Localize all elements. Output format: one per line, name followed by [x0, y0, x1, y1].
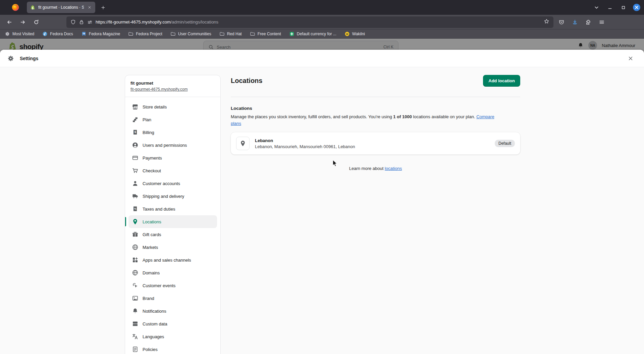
sidebar-item-label: Languages: [143, 334, 164, 339]
refresh-button[interactable]: [31, 17, 42, 28]
browser-tab[interactable]: fit gourmet · Locations · Shopi: [27, 2, 95, 13]
tab-list-chevron-icon[interactable]: [592, 3, 600, 11]
divider: [231, 97, 520, 97]
bookmark-star-icon[interactable]: [544, 18, 549, 26]
bookmark-item[interactable]: FMFedora Magazine: [81, 31, 120, 37]
extensions-icon[interactable]: [583, 17, 594, 28]
browser-titlebar: fit gourmet · Locations · Shopi: [0, 0, 644, 15]
svg-text:W: W: [346, 33, 348, 36]
checkout-icon: [132, 167, 139, 174]
location-row[interactable]: Lebanon Lebanon, Mansourieh, Mansourieh …: [231, 132, 520, 154]
sidebar-item-label: Shipping and delivery: [143, 194, 184, 199]
bookmark-label: Most Visited: [12, 32, 34, 36]
bookmark-item[interactable]: Free Content: [250, 31, 281, 37]
settings-nav: Store detailsPlan$BillingUsers and permi…: [125, 97, 220, 354]
sidebar-item-locations[interactable]: Locations: [128, 215, 217, 228]
sidebar-item-gift-cards[interactable]: Gift cards: [128, 228, 217, 241]
locations-section-title: Locations: [231, 106, 520, 111]
bookmark-item[interactable]: Fedora Docs: [42, 31, 73, 37]
default-currency-icon: [289, 31, 294, 37]
page-title: Locations: [231, 77, 262, 85]
settings-modal: Settings fit gourmet fit-gourmet-4675.my…: [0, 50, 644, 354]
sidebar-item-label: Taxes and duties: [143, 207, 175, 212]
window-maximize-button[interactable]: [619, 3, 627, 11]
sidebar-item-label: Notifications: [143, 309, 166, 314]
sidebar-item-checkout[interactable]: Checkout: [128, 164, 217, 177]
settings-modal-title: Settings: [20, 56, 38, 61]
sidebar-item-brand[interactable]: Brand: [128, 292, 217, 305]
tab-close-icon[interactable]: [87, 4, 93, 10]
sidebar-item-billing[interactable]: $Billing: [128, 126, 217, 139]
sidebar-item-taxes-and-duties[interactable]: %Taxes and duties: [128, 203, 217, 215]
store-domain-link[interactable]: fit-gourmet-4675.myshopify.com: [130, 87, 188, 92]
locations-pin-icon: [132, 218, 139, 225]
firefox-icon[interactable]: [11, 3, 19, 11]
bookmark-item[interactable]: Most Visited: [5, 31, 34, 37]
tab-title: fit gourmet · Locations · Shopi: [38, 5, 84, 10]
lock-icon[interactable]: [79, 19, 84, 25]
fedora-docs-icon: [42, 31, 48, 37]
bookmark-item[interactable]: Default currency for ...: [289, 31, 336, 37]
window-minimize-button[interactable]: [606, 3, 614, 11]
sidebar-item-label: Locations: [143, 219, 161, 224]
sidebar-item-users-and-permissions[interactable]: Users and permissions: [128, 139, 217, 151]
sidebar-item-label: Custom data: [143, 321, 167, 326]
sidebar-item-markets[interactable]: Markets: [128, 241, 217, 254]
sidebar-item-label: Payments: [143, 156, 162, 161]
bookmark-item[interactable]: WWakilni: [344, 31, 365, 37]
settings-main: Locations Add location Locations Manage …: [231, 75, 520, 171]
svg-text:%: %: [134, 207, 137, 210]
sidebar-item-label: Store details: [143, 104, 167, 109]
sidebar-item-notifications[interactable]: Notifications: [128, 305, 217, 317]
sidebar-item-custom-data[interactable]: Custom data: [128, 317, 217, 330]
permissions-icon[interactable]: [87, 19, 93, 25]
bookmark-label: User Communities: [178, 32, 211, 36]
billing-icon: $: [132, 129, 139, 136]
screen: fit gourmet · Locations · Shopi https://…: [0, 0, 644, 354]
bookmark-item[interactable]: User Communities: [170, 31, 211, 37]
window-close-button[interactable]: [633, 3, 641, 11]
modal-close-icon[interactable]: [626, 54, 635, 63]
sidebar-item-label: Domains: [143, 270, 160, 275]
sidebar-item-apps-and-sales-channels[interactable]: Apps and sales channels: [128, 254, 217, 266]
settings-sidebar: fit gourmet fit-gourmet-4675.myshopify.c…: [125, 75, 221, 354]
bookmark-item[interactable]: Fedora Project: [128, 31, 162, 37]
sidebar-item-customer-accounts[interactable]: Customer accounts: [128, 177, 217, 190]
sidebar-item-domains[interactable]: Domains: [128, 266, 217, 279]
custom-data-icon: [132, 320, 139, 327]
sidebar-item-label: Plan: [143, 117, 151, 122]
sidebar-item-store-details[interactable]: Store details: [128, 100, 217, 113]
menu-icon[interactable]: [596, 17, 607, 28]
settings-modal-body: fit gourmet fit-gourmet-4675.myshopify.c…: [0, 68, 644, 354]
svg-text:FM: FM: [83, 33, 85, 35]
url-bar[interactable]: https://fit-gourmet-4675.myshopify.com/a…: [66, 16, 553, 28]
gear-icon: [7, 55, 14, 62]
bookmark-label: Free Content: [258, 32, 281, 36]
bookmark-item[interactable]: Red Hat: [219, 31, 242, 37]
svg-text:$: $: [135, 130, 136, 134]
usage-count: 1 of 1000: [393, 114, 412, 119]
domains-icon: [132, 269, 139, 276]
sidebar-item-policies[interactable]: Policies: [128, 343, 217, 354]
downloads-icon[interactable]: [570, 17, 580, 28]
sidebar-item-label: Markets: [143, 245, 158, 250]
sidebar-item-languages[interactable]: Languages: [128, 330, 217, 343]
add-location-button[interactable]: Add location: [483, 75, 520, 87]
sidebar-item-customer-events[interactable]: Customer events: [128, 279, 217, 292]
sidebar-item-label: Billing: [143, 130, 154, 135]
back-button[interactable]: [4, 17, 15, 28]
shield-icon[interactable]: [70, 19, 76, 25]
sidebar-item-label: Customer events: [143, 283, 175, 288]
sidebar-item-payments[interactable]: Payments: [128, 151, 217, 164]
pocket-icon[interactable]: [556, 17, 567, 28]
new-tab-button[interactable]: [98, 2, 108, 12]
forward-button[interactable]: [17, 17, 28, 28]
bookmark-label: Fedora Project: [136, 32, 162, 36]
bookmarks-bar: Most VisitedFedora DocsFMFedora Magazine…: [0, 30, 644, 39]
locations-learn-link[interactable]: locations: [385, 166, 402, 171]
location-address: Lebanon, Mansourieh, Mansourieh 00961, L…: [255, 144, 355, 149]
bookmark-label: Fedora Magazine: [89, 32, 120, 36]
sidebar-item-shipping-and-delivery[interactable]: Shipping and delivery: [128, 190, 217, 203]
store-details-icon: [132, 103, 139, 110]
sidebar-item-plan[interactable]: Plan: [128, 113, 217, 126]
